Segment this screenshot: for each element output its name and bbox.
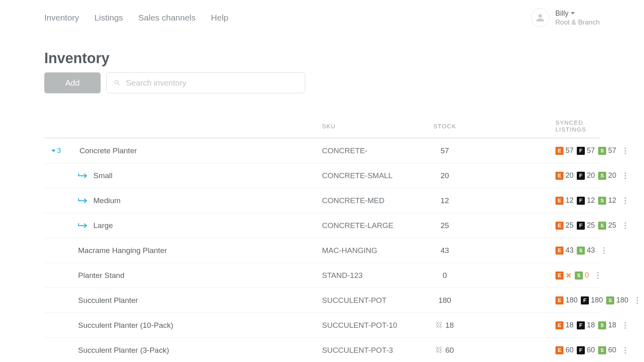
channel-etsy[interactable]: E20	[555, 171, 574, 180]
channel-etsy[interactable]: E✕	[555, 271, 572, 280]
svg-point-18	[636, 297, 638, 298]
channel-shopify[interactable]: S180	[606, 296, 628, 304]
nav-items: Inventory Listings Sales channels Help	[44, 13, 228, 23]
channel-shopify[interactable]: S0	[575, 271, 589, 280]
channel-value: 25	[587, 221, 595, 230]
row-actions-menu[interactable]	[620, 196, 630, 206]
col-synced: SYNCED LISTINGS	[555, 119, 586, 133]
user-menu[interactable]: Billy Root & Branch	[531, 8, 600, 27]
f-icon: F	[577, 172, 585, 180]
channel-f[interactable]: F57	[577, 146, 595, 155]
item-name: Succulent Planter (10-Pack)	[78, 321, 173, 330]
channel-etsy[interactable]: E57	[555, 146, 574, 155]
item-sku: SUCCULENT-POT-3	[322, 346, 423, 355]
row-actions-menu[interactable]	[620, 221, 630, 230]
channel-f[interactable]: F180	[581, 296, 603, 304]
search-input[interactable]	[106, 72, 305, 93]
channel-shopify[interactable]: S12	[598, 196, 616, 205]
table-row[interactable]: 3Concrete PlanterCONCRETE-57E57F57S57	[44, 138, 600, 163]
row-actions-menu[interactable]	[620, 346, 630, 355]
channel-shopify[interactable]: S20	[598, 171, 616, 180]
channel-f[interactable]: F12	[577, 196, 595, 205]
col-stock: STOCK	[423, 123, 467, 130]
svg-point-14	[603, 252, 605, 254]
channel-value: 57	[566, 146, 574, 155]
channel-f[interactable]: F20	[577, 171, 595, 180]
etsy-icon: E	[555, 346, 564, 354]
channel-shopify[interactable]: S25	[598, 221, 616, 230]
item-stock: ⛓60	[423, 346, 467, 355]
user-org: Root & Branch	[555, 19, 600, 27]
svg-point-16	[597, 275, 599, 276]
row-actions-menu[interactable]	[593, 271, 603, 280]
shopify-icon: S	[577, 247, 585, 255]
nav-help[interactable]: Help	[211, 13, 228, 23]
nav-listings[interactable]: Listings	[94, 13, 123, 23]
channel-etsy[interactable]: E180	[555, 296, 578, 304]
child-indent-icon	[78, 198, 88, 204]
row-actions-menu[interactable]	[599, 246, 609, 255]
item-name: Concrete Planter	[79, 146, 137, 155]
nav-inventory[interactable]: Inventory	[44, 13, 79, 23]
row-actions-menu[interactable]	[620, 146, 630, 156]
f-icon: F	[581, 296, 589, 304]
bundle-icon: ⛓	[436, 346, 443, 354]
svg-point-15	[597, 272, 599, 274]
channel-shopify[interactable]: S18	[598, 321, 616, 329]
etsy-icon: E	[555, 147, 564, 155]
item-sku: SUCCULENT-POT-10	[322, 321, 423, 330]
channel-etsy[interactable]: E18	[555, 321, 574, 329]
svg-point-24	[624, 347, 626, 348]
shopify-icon: S	[606, 296, 614, 304]
item-sku: CONCRETE-SMALL	[322, 171, 423, 180]
item-sku: CONCRETE-LARGE	[322, 221, 423, 230]
table-row[interactable]: Planter StandSTAND-1230E✕S0	[44, 263, 600, 288]
table-row[interactable]: Succulent Planter (10-Pack)SUCCULENT-POT…	[44, 313, 600, 338]
svg-point-21	[624, 322, 626, 323]
channel-shopify[interactable]: S57	[598, 146, 616, 155]
expand-toggle[interactable]: 3	[52, 147, 61, 155]
shopify-icon: S	[598, 197, 606, 205]
channel-f[interactable]: F18	[577, 321, 595, 329]
channel-etsy[interactable]: E60	[555, 346, 574, 354]
channel-etsy[interactable]: E43	[555, 246, 574, 255]
table-row[interactable]: Succulent PlanterSUCCULENT-POT180E180F18…	[44, 288, 600, 313]
channel-value: 180	[591, 296, 603, 304]
channel-etsy[interactable]: E12	[555, 196, 574, 205]
channel-shopify[interactable]: S43	[577, 246, 595, 255]
item-name: Succulent Planter (3-Pack)	[78, 346, 169, 355]
row-actions-menu[interactable]	[632, 296, 642, 305]
channel-shopify[interactable]: S60	[598, 346, 616, 354]
svg-point-7	[624, 200, 626, 202]
svg-point-10	[624, 225, 626, 226]
item-stock: ⛓18	[423, 321, 467, 330]
table-row[interactable]: LargeCONCRETE-LARGE25E25F25S25	[44, 213, 600, 238]
row-actions-menu[interactable]	[620, 171, 630, 181]
add-button[interactable]: Add	[44, 72, 101, 93]
col-sku: SKU	[322, 123, 423, 130]
table-row[interactable]: SmallCONCRETE-SMALL20E20F20S20	[44, 163, 600, 188]
f-icon: F	[577, 346, 585, 354]
table-row[interactable]: Succulent Planter (3-Pack)SUCCULENT-POT-…	[44, 338, 600, 362]
shopify-icon: S	[598, 222, 606, 230]
channel-value: 43	[587, 246, 595, 255]
svg-point-4	[624, 175, 626, 177]
avatar-icon	[531, 8, 549, 27]
row-actions-menu[interactable]	[620, 321, 630, 330]
table-row[interactable]: Macrame Hanging PlanterMAC-HANGING43E43S…	[44, 238, 600, 263]
svg-point-3	[624, 172, 626, 174]
etsy-icon: E	[555, 296, 564, 304]
channel-value: ✕	[566, 271, 572, 280]
channel-value: 57	[608, 146, 616, 155]
etsy-icon: E	[555, 222, 564, 230]
channel-f[interactable]: F25	[577, 221, 595, 230]
table-row[interactable]: MediumCONCRETE-MED12E12F12S12	[44, 188, 600, 213]
synced-listings: E✕S0	[555, 271, 589, 280]
channel-etsy[interactable]: E25	[555, 221, 574, 230]
synced-listings: E12F12S12	[555, 196, 616, 205]
page-title: Inventory	[44, 50, 600, 67]
channel-value: 20	[587, 171, 595, 180]
channel-f[interactable]: F60	[577, 346, 595, 354]
nav-sales-channels[interactable]: Sales channels	[138, 13, 196, 23]
channel-value: 43	[566, 246, 574, 255]
